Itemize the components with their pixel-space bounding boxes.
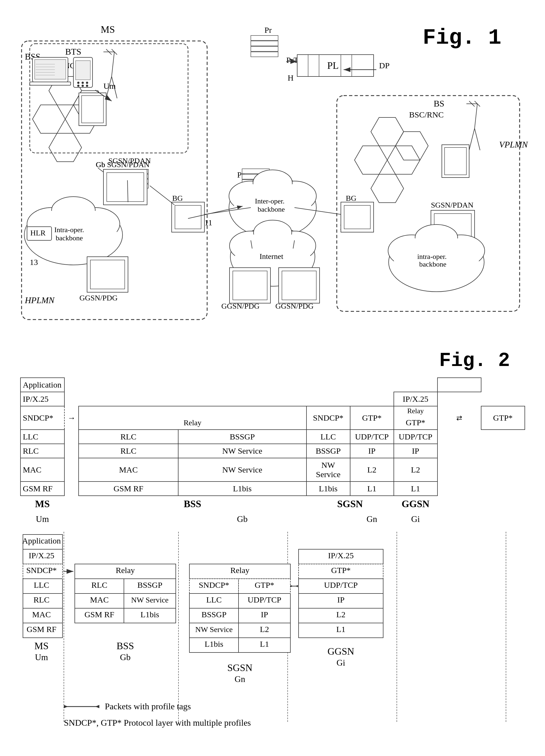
svg-line-126 (469, 128, 475, 150)
svg-text:BSS: BSS (116, 640, 134, 651)
ggsn-empty-top (437, 378, 481, 392)
bss-l1bis: L1bis (178, 482, 306, 496)
svg-text:GTP*: GTP* (331, 566, 351, 575)
svg-text:RLC: RLC (91, 580, 107, 589)
svg-text:SNDCP*, GTP*  Protocol layer w: SNDCP*, GTP* Protocol layer with multipl… (64, 718, 251, 728)
ggsn-gtp2: GTP* (481, 406, 525, 430)
bss-nwservice: NW Service (178, 444, 306, 458)
ms-ipx25: IP/X.25 (20, 392, 65, 406)
svg-text:BG: BG (172, 194, 183, 202)
fig1-title: Fig. 1 (423, 25, 501, 50)
sgsn-nwservice: NW Service (306, 458, 350, 482)
svg-marker-131 (371, 117, 404, 146)
svg-text:Application: Application (22, 536, 61, 545)
bss-gsmrf: GSM RF (79, 482, 178, 496)
svg-text:L2: L2 (336, 610, 345, 619)
svg-text:VPLMN: VPLMN (499, 140, 528, 149)
svg-rect-49 (251, 41, 278, 46)
row-application: Application (20, 378, 525, 392)
svg-text:MS: MS (101, 24, 115, 35)
svg-point-33 (82, 85, 84, 87)
svg-text:MAC: MAC (90, 595, 108, 604)
ggsn-l2: L2 (394, 458, 437, 482)
svg-point-31 (86, 82, 88, 84)
svg-text:GTP*: GTP* (255, 580, 274, 589)
sgsn-ip: IP (350, 444, 394, 458)
svg-rect-48 (251, 36, 278, 40)
svg-text:IP: IP (337, 595, 344, 604)
svg-text:Intra-oper.: Intra-oper. (54, 226, 84, 234)
entity-ms: MS (20, 496, 65, 512)
row-rlc: RLC RLC NW Service BSSGP IP IP (20, 444, 525, 458)
ggsn-ip: IP (394, 444, 437, 458)
conn-gn: Gn (350, 512, 394, 526)
fig2-title: Fig. 2 (13, 350, 510, 372)
svg-rect-92 (175, 205, 201, 229)
svg-point-82 (56, 199, 91, 221)
svg-text:backbone: backbone (56, 234, 83, 242)
svg-line-125 (475, 104, 477, 128)
bss-bssgp: BSSGP (178, 430, 306, 444)
empty-ipx25 (64, 392, 393, 406)
svg-text:Inter-oper.: Inter-oper. (255, 197, 284, 205)
svg-text:L1: L1 (336, 625, 345, 634)
svg-line-127 (475, 128, 480, 150)
svg-text:SNDCP*: SNDCP* (199, 580, 229, 589)
svg-marker-16 (49, 133, 82, 162)
svg-text:GGSN/PDG: GGSN/PDG (221, 302, 260, 310)
svg-point-113 (258, 223, 288, 243)
conn-um: Um (20, 512, 65, 526)
ggsn-udptcp: UDP/TCP (394, 430, 437, 444)
svg-text:backbone: backbone (258, 205, 285, 213)
row-entities: MS BSS SGSN GGSN (20, 496, 525, 512)
svg-point-29 (77, 82, 79, 84)
ggsn-ipx25: IP/X.25 (394, 392, 437, 406)
conn-gb: Gb (178, 512, 306, 526)
svg-text:SGSN/PDAN: SGSN/PDAN (108, 156, 151, 165)
svg-text:BSSGP: BSSGP (202, 610, 227, 619)
sgsn-sndcp: SNDCP* (306, 406, 350, 430)
svg-rect-119 (282, 271, 316, 300)
svg-marker-14 (32, 105, 65, 133)
ms-llc: LLC (20, 430, 65, 444)
svg-rect-137 (445, 147, 466, 175)
svg-rect-28 (76, 61, 90, 80)
bss-rlc2: RLC (79, 444, 178, 458)
svg-text:NW Service: NW Service (131, 596, 168, 604)
arrow-sndcp-left: → (64, 406, 79, 430)
svg-text:MAC: MAC (32, 610, 51, 619)
svg-text:Internet: Internet (260, 252, 283, 261)
svg-line-159 (150, 186, 174, 205)
svg-rect-51 (251, 52, 278, 57)
svg-text:L1bis: L1bis (140, 610, 159, 619)
sgsn-l1: L1 (350, 482, 394, 496)
svg-text:backbone: backbone (419, 260, 446, 268)
svg-marker-240 (290, 585, 293, 587)
svg-text:BS: BS (434, 99, 444, 108)
svg-marker-135 (371, 174, 404, 203)
sgsn-l2: L2 (350, 458, 394, 482)
fig2-svg: Application IP/X.25 SNDCP* LLC RLC MAC (20, 532, 525, 756)
sgsn-l1bis: L1bis (306, 482, 350, 496)
svg-rect-18 (82, 96, 103, 123)
svg-marker-244 (95, 705, 99, 708)
row-llc: LLC RLC BSSGP LLC UDP/TCP UDP/TCP (20, 430, 525, 444)
svg-text:Pr: Pr (265, 25, 272, 34)
relay-bss-header: Relay (79, 406, 306, 430)
row-connections: Um Gb Gn Gi (20, 512, 525, 526)
svg-text:Um: Um (103, 81, 116, 90)
page: Fig. 1 BSS HPLMN BTS BSC/RNC (0, 0, 545, 756)
svg-text:Relay: Relay (116, 566, 135, 575)
svg-rect-21 (30, 82, 71, 85)
svg-text:intra-oper.: intra-oper. (417, 253, 447, 261)
layer-table: Application IP/X.25 IP/X.25 SNDCP* (20, 377, 525, 526)
svg-rect-116 (233, 271, 267, 300)
svg-marker-133 (354, 146, 387, 174)
svg-text:Gi: Gi (336, 658, 345, 668)
svg-marker-243 (64, 705, 68, 708)
ms-mac: MAC (20, 458, 65, 482)
svg-text:Gn: Gn (235, 674, 245, 684)
svg-text:HPLMN: HPLMN (25, 295, 55, 305)
svg-text:GGSN/PDG: GGSN/PDG (79, 294, 118, 302)
svg-text:BG: BG (346, 194, 356, 202)
